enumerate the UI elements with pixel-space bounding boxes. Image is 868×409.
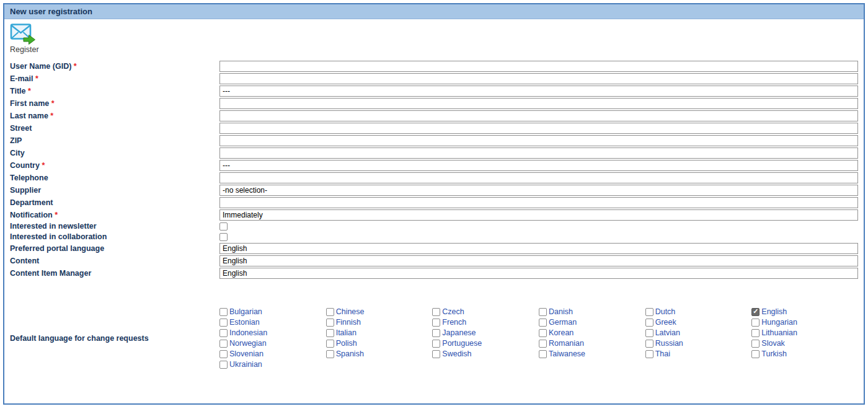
title-select[interactable] bbox=[219, 86, 858, 97]
language-finnish-checkbox[interactable] bbox=[326, 319, 334, 327]
language-option-spanish[interactable]: Spanish bbox=[326, 350, 433, 358]
field-label-last-name: Last name * bbox=[10, 112, 219, 120]
language-label-danish: Danish bbox=[549, 307, 573, 316]
page-title: New user registration bbox=[4, 4, 864, 19]
language-label-korean: Korean bbox=[549, 328, 574, 337]
language-taiwanese-checkbox[interactable] bbox=[539, 350, 547, 358]
language-japanese-checkbox[interactable] bbox=[432, 329, 440, 337]
language-thai-checkbox[interactable] bbox=[645, 350, 653, 358]
language-slovenian-checkbox[interactable] bbox=[219, 350, 228, 358]
e-mail-input[interactable] bbox=[219, 73, 858, 84]
preferred-portal-language-select[interactable] bbox=[219, 243, 858, 254]
register-button-label: Register bbox=[10, 45, 39, 54]
language-lithuanian-checkbox[interactable] bbox=[751, 329, 760, 337]
content-select[interactable] bbox=[219, 255, 858, 266]
city-input[interactable] bbox=[219, 147, 858, 159]
language-label-french: French bbox=[442, 318, 466, 327]
department-input[interactable] bbox=[219, 197, 858, 208]
field-area-user-name-gid bbox=[219, 61, 858, 72]
language-option-estonian[interactable]: Estonian bbox=[219, 318, 326, 327]
language-czech-checkbox[interactable] bbox=[432, 308, 440, 316]
field-area-content-item-manager bbox=[219, 268, 858, 279]
required-asterisk: * bbox=[53, 211, 58, 219]
language-korean-checkbox[interactable] bbox=[539, 329, 547, 337]
language-estonian-checkbox[interactable] bbox=[219, 319, 228, 327]
language-label-taiwanese: Taiwanese bbox=[549, 350, 585, 358]
form-row-city: City bbox=[10, 147, 858, 159]
first-name-input[interactable] bbox=[219, 98, 858, 109]
form-row-content-item-manager: Content Item Manager bbox=[10, 267, 858, 279]
language-option-french[interactable]: French bbox=[432, 318, 539, 327]
language-italian-checkbox[interactable] bbox=[326, 329, 334, 337]
language-option-greek[interactable]: Greek bbox=[645, 318, 752, 327]
language-option-korean[interactable]: Korean bbox=[539, 328, 645, 337]
field-area-title bbox=[219, 86, 858, 97]
notification-select[interactable] bbox=[219, 209, 858, 221]
language-hungarian-checkbox[interactable] bbox=[751, 319, 760, 327]
language-option-taiwanese[interactable]: Taiwanese bbox=[539, 350, 645, 358]
language-english-checkbox[interactable] bbox=[751, 308, 760, 316]
content-item-manager-select[interactable] bbox=[219, 268, 858, 279]
language-option-german[interactable]: German bbox=[539, 318, 645, 327]
language-option-polish[interactable]: Polish bbox=[326, 339, 433, 348]
register-button[interactable]: Register bbox=[10, 22, 39, 54]
language-russian-checkbox[interactable] bbox=[645, 340, 653, 348]
language-option-indonesian[interactable]: Indonesian bbox=[219, 328, 326, 337]
language-option-finnish[interactable]: Finnish bbox=[326, 318, 433, 327]
language-option-norwegian[interactable]: Norwegian bbox=[219, 339, 326, 348]
language-ukrainian-checkbox[interactable] bbox=[219, 361, 228, 369]
user-name-gid-input[interactable] bbox=[219, 61, 858, 72]
language-label-thai: Thai bbox=[655, 350, 670, 358]
language-indonesian-checkbox[interactable] bbox=[219, 329, 228, 337]
language-option-lithuanian[interactable]: Lithuanian bbox=[751, 328, 858, 337]
language-option-czech[interactable]: Czech bbox=[432, 307, 539, 316]
language-option-bulgarian[interactable]: Bulgarian bbox=[219, 307, 326, 316]
country-select[interactable] bbox=[219, 160, 858, 171]
language-romanian-checkbox[interactable] bbox=[539, 340, 547, 348]
language-option-turkish[interactable]: Turkish bbox=[751, 350, 858, 358]
language-option-chinese[interactable]: Chinese bbox=[326, 307, 433, 316]
language-option-dutch[interactable]: Dutch bbox=[645, 307, 752, 316]
last-name-input[interactable] bbox=[219, 110, 858, 121]
language-danish-checkbox[interactable] bbox=[539, 308, 547, 316]
language-greek-checkbox[interactable] bbox=[645, 319, 653, 327]
language-option-italian[interactable]: Italian bbox=[326, 328, 433, 337]
language-slovak-checkbox[interactable] bbox=[751, 340, 760, 348]
language-option-latvian[interactable]: Latvian bbox=[645, 328, 752, 337]
language-option-ukrainian[interactable]: Ukrainian bbox=[219, 360, 326, 369]
language-turkish-checkbox[interactable] bbox=[751, 350, 760, 358]
language-swedish-checkbox[interactable] bbox=[432, 350, 440, 358]
field-label-street: Street bbox=[10, 124, 219, 133]
interested-in-newsletter-checkbox[interactable] bbox=[219, 222, 228, 231]
supplier-select[interactable] bbox=[219, 185, 858, 196]
form-row-supplier: Supplier bbox=[10, 184, 858, 196]
language-latvian-checkbox[interactable] bbox=[645, 329, 653, 337]
language-option-japanese[interactable]: Japanese bbox=[432, 328, 539, 337]
language-option-slovenian[interactable]: Slovenian bbox=[219, 350, 326, 358]
telephone-input[interactable] bbox=[219, 172, 858, 183]
language-option-portuguese[interactable]: Portuguese bbox=[432, 339, 539, 348]
language-option-swedish[interactable]: Swedish bbox=[432, 350, 539, 358]
language-french-checkbox[interactable] bbox=[432, 319, 440, 327]
language-option-slovak[interactable]: Slovak bbox=[751, 339, 858, 348]
language-option-russian[interactable]: Russian bbox=[645, 339, 752, 348]
language-german-checkbox[interactable] bbox=[539, 319, 547, 327]
language-dutch-checkbox[interactable] bbox=[645, 308, 653, 316]
language-option-thai[interactable]: Thai bbox=[645, 350, 752, 358]
language-label-indonesian: Indonesian bbox=[229, 328, 267, 337]
language-bulgarian-checkbox[interactable] bbox=[219, 308, 228, 316]
language-option-danish[interactable]: Danish bbox=[539, 307, 645, 316]
zip-input[interactable] bbox=[219, 135, 858, 146]
field-label-telephone: Telephone bbox=[10, 174, 219, 182]
interested-in-collaboration-checkbox[interactable] bbox=[219, 233, 228, 241]
language-norwegian-checkbox[interactable] bbox=[219, 340, 228, 348]
language-polish-checkbox[interactable] bbox=[326, 340, 334, 348]
language-chinese-checkbox[interactable] bbox=[326, 308, 334, 316]
language-spanish-checkbox[interactable] bbox=[326, 350, 334, 358]
language-portuguese-checkbox[interactable] bbox=[432, 340, 440, 348]
language-option-romanian[interactable]: Romanian bbox=[539, 339, 645, 348]
language-label-czech: Czech bbox=[442, 307, 464, 316]
language-option-english[interactable]: English bbox=[751, 307, 858, 316]
language-option-hungarian[interactable]: Hungarian bbox=[751, 318, 858, 327]
street-input[interactable] bbox=[219, 123, 858, 134]
